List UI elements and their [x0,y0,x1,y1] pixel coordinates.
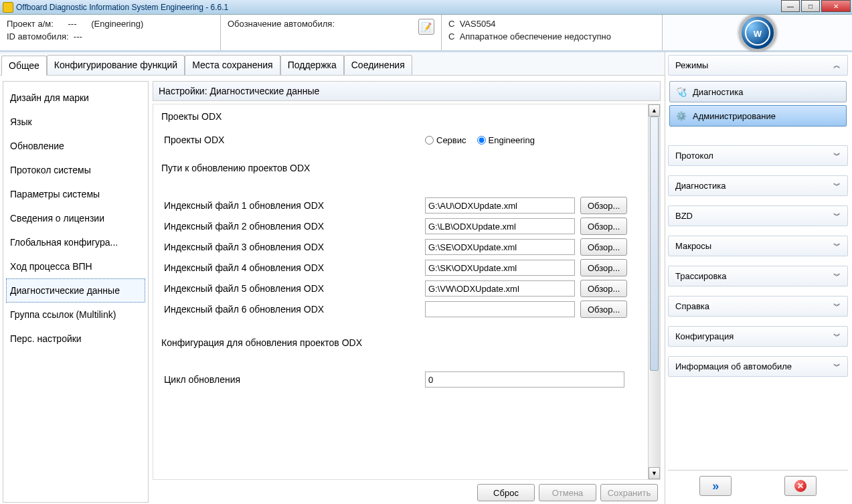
project-value: --- [68,19,77,29]
modes-title: Режимы [675,60,708,70]
projects-label: Проекты ODX [159,135,420,145]
browse-button-6[interactable]: Обзор... [580,301,627,318]
app-icon [3,2,13,13]
sidebar-item-10[interactable]: Перс. настройки [6,327,145,351]
radio-engineering[interactable]: Engineering [477,135,535,145]
sidebar-item-6[interactable]: Глобальная конфигура... [6,230,145,254]
scroll-down-button[interactable]: ▼ [649,467,660,479]
section-odx-config: Конфигурация для обновления проектов ODX [159,321,643,368]
chevron-down-icon: ︾ [833,331,841,341]
accordion-section-0[interactable]: Протокол︾ [668,145,848,166]
vehicle-designation-label: Обозначение автомобиля: [228,19,335,29]
sidebar-item-0[interactable]: Дизайн для марки [6,86,145,110]
sidebar-item-7[interactable]: Ход процесса ВПН [6,254,145,278]
browse-button-1[interactable]: Обзор... [580,197,627,214]
index-file-label-5: Индексный файл 5 обновления ODX [159,283,420,294]
section-odx-projects: Проекты ODX [159,107,643,131]
cancel-icon: ✕ [794,480,806,492]
main-tabs: ОбщееКонфигурирование функцийМеста сохра… [0,52,665,76]
accordion-section-6[interactable]: Конфигурация︾ [668,326,848,347]
reset-button[interactable]: Сброс [477,484,535,501]
index-file-label-6: Индексный файл 6 обновления ODX [159,304,420,315]
chevron-down-icon: ︾ [833,151,841,161]
accordion-section-4[interactable]: Трассировка︾ [668,266,848,286]
radio-service[interactable]: Сервис [425,135,466,145]
settings-sidebar: Дизайн для маркиЯзыкОбновлениеПротокол с… [3,81,149,503]
status2: Аппаратное обеспечение недоступно [460,31,611,41]
chevron-down-icon: ︾ [833,181,841,191]
index-file-input-4[interactable] [425,260,575,276]
radio-engineering-input[interactable] [477,136,486,145]
chevron-down-icon: ︾ [833,301,841,311]
status1-prefix: С [448,19,454,29]
browse-button-4[interactable]: Обзор... [580,259,627,276]
minimize-button[interactable]: — [781,0,800,12]
cycle-input[interactable] [425,371,624,388]
browse-button-2[interactable]: Обзор... [580,218,627,235]
browse-button-3[interactable]: Обзор... [580,238,627,256]
window-title: Offboard Diagnostic Information System E… [16,3,228,12]
tab-2[interactable]: Места сохранения [185,55,280,75]
accordion-section-1[interactable]: Диагностика︾ [668,175,848,196]
save-button[interactable]: Сохранить [600,484,658,501]
index-file-input-2[interactable] [425,218,575,234]
index-file-input-6[interactable] [425,301,575,317]
close-button[interactable]: ✕ [821,0,851,12]
forward-button[interactable]: » [699,476,732,496]
accordion-section-3[interactable]: Макросы︾ [668,236,848,256]
vehicle-id-value: --- [74,31,82,41]
index-file-input-3[interactable] [425,239,575,255]
chevron-down-icon: ︾ [833,241,841,251]
browse-button-5[interactable]: Обзор... [580,280,627,297]
project-label: Проект а/м: [7,19,54,29]
sidebar-item-1[interactable]: Язык [6,110,145,134]
project-suffix: (Engineering) [91,19,143,29]
settings-title: Настройки: Диагностические данные [153,81,661,101]
chevron-up-icon: ︽ [833,60,841,70]
sidebar-item-5[interactable]: Сведения о лицензии [6,206,145,230]
index-file-label-3: Индексный файл 3 обновления ODX [159,242,420,252]
stethoscope-icon: 🩺 [675,86,687,98]
svg-text:W: W [753,29,762,39]
mode-admin-button[interactable]: ⚙️ Администрирование [669,105,847,127]
notepad-icon[interactable]: 📝 [418,19,434,35]
tab-1[interactable]: Конфигурирование функций [47,55,185,75]
cancel-action-button[interactable]: ✕ [784,476,817,496]
cancel-button[interactable]: Отмена [539,484,596,501]
vehicle-id-label: ID автомобиля: [7,31,69,41]
vertical-scrollbar[interactable]: ▲ ▼ [648,104,660,479]
chevron-down-icon: ︾ [833,271,841,281]
scroll-up-button[interactable]: ▲ [649,104,660,116]
accordion-section-7[interactable]: Информация об автомобиле︾ [668,356,848,377]
tab-3[interactable]: Поддержка [280,55,344,75]
status2-prefix: С [448,31,454,41]
vw-logo-icon: W [739,14,776,52]
sidebar-item-3[interactable]: Протокол системы [6,158,145,182]
sidebar-item-8[interactable]: Диагностические данные [6,278,145,303]
gear-icon: ⚙️ [675,110,687,122]
title-bar: Offboard Diagnostic Information System E… [0,0,852,15]
chevron-down-icon: ︾ [833,361,841,371]
accordion-modes[interactable]: Режимы ︽ [668,55,848,76]
index-file-label-4: Индексный файл 4 обновления ODX [159,262,420,273]
tab-4[interactable]: Соединения [344,55,412,75]
accordion-section-2[interactable]: BZD︾ [668,205,848,226]
index-file-label-1: Индексный файл 1 обновления ODX [159,200,420,211]
maximize-button[interactable]: □ [801,0,820,12]
scroll-thumb[interactable] [650,116,659,371]
accordion-section-5[interactable]: Справка︾ [668,296,848,317]
index-file-input-1[interactable] [425,197,575,214]
info-header: Проект а/м: --- (Engineering) ID автомоб… [0,15,852,52]
double-arrow-icon: » [712,479,719,493]
sidebar-item-9[interactable]: Группа ссылок (Multilink) [6,303,145,327]
section-odx-paths: Пути к обновлению проектов ODX [159,159,643,193]
sidebar-item-4[interactable]: Параметры системы [6,182,145,206]
index-file-label-2: Индексный файл 2 обновления ODX [159,221,420,232]
index-file-input-5[interactable] [425,280,575,297]
radio-service-input[interactable] [425,136,434,145]
chevron-down-icon: ︾ [833,211,841,221]
status1: VAS5054 [460,19,496,29]
mode-diagnostics-button[interactable]: 🩺 Диагностика [669,81,847,102]
tab-0[interactable]: Общее [1,56,47,76]
sidebar-item-2[interactable]: Обновление [6,134,145,158]
